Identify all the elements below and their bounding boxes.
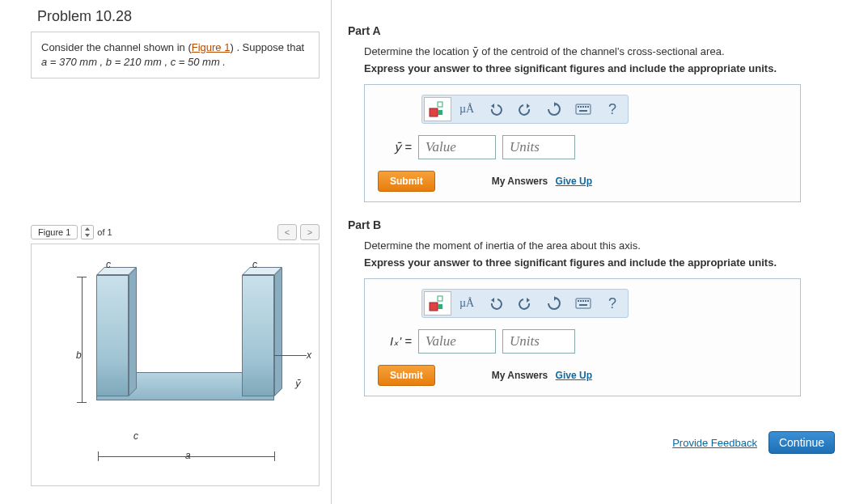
dim-c-bottom: c	[133, 430, 138, 442]
svg-rect-17	[585, 300, 586, 302]
svg-rect-14	[578, 300, 579, 302]
svg-rect-2	[438, 110, 442, 115]
svg-rect-6	[582, 106, 584, 108]
figure-selector[interactable]: Figure 1	[31, 225, 78, 239]
help-icon[interactable]: ?	[599, 291, 626, 316]
part-a-giveup-link[interactable]: Give Up	[556, 176, 592, 187]
problem-statement: Consider the channel shown in (Figure 1)…	[31, 32, 320, 78]
part-a-toolbar: µÅ ?	[421, 95, 629, 124]
template-tool-icon[interactable]	[424, 97, 451, 121]
part-a: Part A Determine the location ȳ of the c…	[348, 24, 835, 202]
svg-rect-4	[578, 106, 579, 108]
svg-rect-8	[587, 106, 589, 108]
figure-next-button[interactable]: >	[300, 224, 320, 240]
svg-rect-0	[430, 108, 438, 116]
problem-title: Problem 10.28	[0, 0, 331, 32]
part-b-myanswers-label: My Answers	[492, 370, 548, 381]
svg-rect-15	[580, 300, 582, 302]
svg-rect-10	[430, 303, 438, 311]
figure-image: c c c b a ȳ x	[31, 244, 320, 486]
reset-icon[interactable]	[540, 97, 568, 121]
part-a-instr: Express your answer to three significant…	[364, 62, 835, 74]
part-b-value-input[interactable]	[418, 329, 496, 354]
part-a-submit-button[interactable]: Submit	[378, 171, 435, 192]
figure-count: of 1	[97, 227, 112, 237]
svg-rect-16	[582, 300, 584, 302]
part-b-submit-button[interactable]: Submit	[378, 365, 435, 386]
svg-rect-19	[579, 304, 587, 306]
svg-rect-12	[438, 304, 442, 309]
keyboard-icon[interactable]	[569, 97, 597, 121]
part-a-units-input[interactable]	[502, 135, 575, 159]
prompt-pre: Consider the channel shown in (	[41, 41, 192, 53]
figure-stepper[interactable]	[81, 225, 94, 239]
part-b: Part B Determine the moment of inertia o…	[348, 218, 835, 396]
dim-b: b	[76, 349, 82, 361]
dim-ybar: ȳ	[294, 378, 300, 389]
svg-rect-9	[579, 110, 587, 112]
part-b-units-input[interactable]	[502, 329, 575, 354]
units-tool-button[interactable]: µÅ	[453, 97, 481, 121]
part-b-title: Part B	[348, 218, 835, 231]
continue-button[interactable]: Continue	[768, 431, 835, 454]
svg-rect-11	[438, 296, 442, 301]
figure-panel: Figure 1 of 1 < >	[31, 224, 320, 486]
part-a-title: Part A	[348, 24, 835, 37]
template-tool-icon[interactable]	[424, 291, 451, 316]
undo-icon[interactable]	[482, 97, 510, 121]
part-b-desc: Determine the moment of inertia of the a…	[364, 239, 835, 252]
help-icon[interactable]: ?	[599, 97, 626, 121]
provide-feedback-link[interactable]: Provide Feedback	[672, 437, 757, 449]
keyboard-icon[interactable]	[569, 291, 597, 316]
part-a-answer-box: µÅ ? ȳ =	[364, 84, 801, 202]
units-tool-button[interactable]: µÅ	[453, 291, 481, 316]
dim-c-top-right: c	[252, 259, 257, 270]
part-a-var-label: ȳ =	[378, 140, 412, 155]
part-b-var-label: Iₓ' =	[378, 334, 412, 349]
prompt-post: ) . Suppose that	[230, 41, 304, 53]
givens: a = 370 mm , b = 210 mm , c = 50 mm .	[41, 56, 226, 68]
svg-rect-3	[576, 104, 591, 114]
part-b-answer-box: µÅ ? Iₓ' =	[364, 278, 801, 396]
svg-rect-1	[438, 102, 442, 107]
part-b-toolbar: µÅ ?	[421, 289, 629, 318]
dim-a: a	[185, 450, 191, 461]
part-b-giveup-link[interactable]: Give Up	[556, 370, 592, 381]
dim-x-axis: x	[307, 349, 311, 361]
redo-icon[interactable]	[511, 291, 539, 316]
figure-link[interactable]: Figure 1	[192, 41, 231, 53]
reset-icon[interactable]	[540, 291, 568, 316]
redo-icon[interactable]	[511, 97, 539, 121]
svg-rect-7	[585, 106, 586, 108]
undo-icon[interactable]	[482, 291, 510, 316]
part-a-desc: Determine the location ȳ of the centroid…	[364, 45, 835, 57]
part-a-myanswers-label: My Answers	[492, 176, 548, 187]
svg-rect-13	[576, 299, 591, 308]
part-b-instr: Express your answer to three significant…	[364, 256, 835, 269]
svg-rect-5	[580, 106, 582, 108]
dim-c-top-left: c	[106, 259, 111, 270]
figure-prev-button[interactable]: <	[277, 224, 297, 240]
part-a-value-input[interactable]	[418, 135, 496, 159]
svg-rect-18	[587, 300, 589, 302]
